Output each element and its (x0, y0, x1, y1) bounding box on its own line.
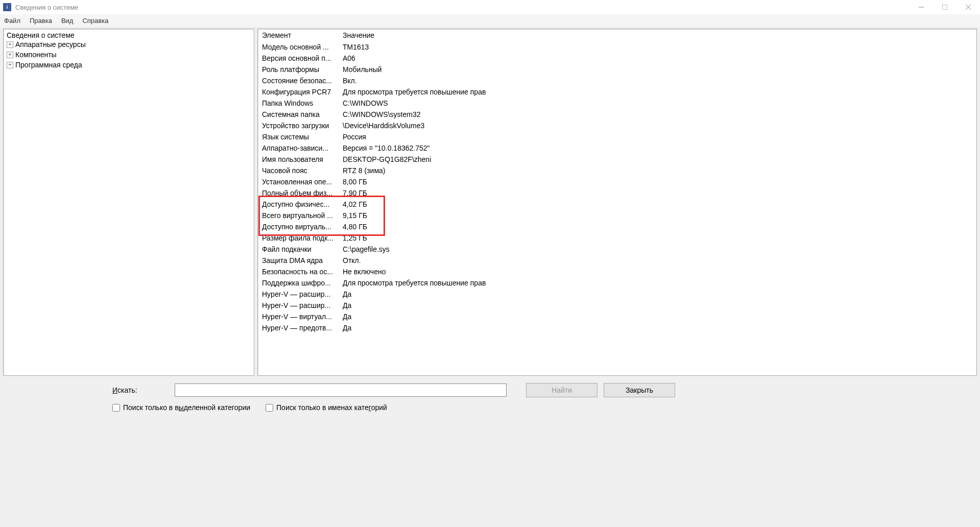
search-input[interactable] (175, 384, 507, 397)
check-selected-category[interactable]: Поиск только в выделенной категории (112, 403, 250, 412)
cell-value: 8,00 ГБ (339, 176, 533, 187)
table-row[interactable]: Hyper-V — расшир...Да (258, 289, 976, 300)
window-controls (910, 0, 980, 14)
cell-value: Для просмотра требуется повышение прав (339, 277, 533, 289)
app-icon: i (3, 3, 11, 11)
cell-element: Устройство загрузки (258, 120, 339, 131)
cell-value: 9,15 ГБ (339, 210, 533, 221)
table-row[interactable]: Установленная опе...8,00 ГБ (258, 176, 976, 187)
cell-element: Модель основной ... (258, 41, 339, 53)
table-row[interactable]: Имя пользователяDESKTOP-GQ1G82F\zheni (258, 154, 976, 165)
tree-item[interactable]: +Программная среда (7, 60, 251, 70)
tree-item[interactable]: +Аппаратные ресурсы (7, 39, 251, 50)
find-button[interactable]: Найти (526, 383, 597, 397)
cell-value: Россия (339, 131, 533, 142)
details-panel: Элемент Значение Модель основной ...TM16… (257, 29, 977, 376)
cell-element: Конфигурация PCR7 (258, 86, 339, 98)
col-value[interactable]: Значение (339, 29, 533, 41)
table-row[interactable]: Hyper-V — виртуал...Да (258, 311, 976, 322)
cell-value: C:\WINDOWS (339, 98, 533, 109)
menu-view[interactable]: Вид (61, 17, 74, 25)
table-row[interactable]: Устройство загрузки\Device\HarddiskVolum… (258, 120, 976, 131)
col-element[interactable]: Элемент (258, 29, 339, 41)
cell-element: Аппаратно-зависи... (258, 142, 339, 154)
search-area: Искать: Найти Закрыть Поиск только в выд… (0, 378, 980, 415)
table-row[interactable]: Язык системыРоссия (258, 131, 976, 142)
search-label: Искать: (112, 386, 169, 394)
close-search-button[interactable]: Закрыть (604, 383, 675, 397)
table-row[interactable]: Поддержка шифро...Для просмотра требуетс… (258, 277, 976, 289)
table-row[interactable]: Системная папкаC:\WINDOWS\system32 (258, 109, 976, 120)
cell-element: Hyper-V — расшир... (258, 289, 339, 300)
maximize-button[interactable] (933, 0, 957, 14)
check-selected-category-box[interactable] (112, 404, 120, 412)
cell-element: Установленная опе... (258, 176, 339, 187)
cell-value: Да (339, 300, 533, 311)
tree-root[interactable]: Сведения о системе (7, 31, 251, 39)
table-row[interactable]: Доступно физичес...4,02 ГБ (258, 199, 976, 210)
tree-item-label: Программная среда (15, 61, 82, 69)
table-row[interactable]: Роль платформыМобильный (258, 64, 976, 75)
cell-value: DESKTOP-GQ1G82F\zheni (339, 154, 533, 165)
table-row[interactable]: Часовой поясRTZ 8 (зима) (258, 165, 976, 176)
table-row[interactable]: Размер файла подк...1,25 ГБ (258, 232, 976, 244)
table-scroll[interactable]: Элемент Значение Модель основной ...TM16… (258, 29, 976, 375)
cell-element: Поддержка шифро... (258, 277, 339, 289)
cell-value: 4,80 ГБ (339, 221, 533, 232)
cell-value: Мобильный (339, 64, 533, 75)
menu-file[interactable]: Файл (4, 17, 20, 25)
cell-element: Имя пользователя (258, 154, 339, 165)
cell-value: RTZ 8 (зима) (339, 165, 533, 176)
cell-element: Hyper-V — виртуал... (258, 311, 339, 322)
table-row[interactable]: Защита DMA ядраОткл. (258, 255, 976, 266)
tree-item-label: Аппаратные ресурсы (15, 40, 86, 49)
minimize-button[interactable] (910, 0, 933, 14)
check-category-names-box[interactable] (266, 404, 273, 412)
cell-element: Версия основной п... (258, 53, 339, 64)
table-row[interactable]: Версия основной п...A06 (258, 53, 976, 64)
cell-element: Размер файла подк... (258, 232, 339, 244)
cell-element: Язык системы (258, 131, 339, 142)
cell-value: 7,90 ГБ (339, 187, 533, 199)
check-selected-category-label: Поиск только в выделенной категории (123, 403, 250, 412)
table-row[interactable]: Всего виртуальной ...9,15 ГБ (258, 210, 976, 221)
tree-panel: Сведения о системе +Аппаратные ресурсы+К… (3, 29, 254, 376)
table-row[interactable]: Hyper-V — расшир...Да (258, 300, 976, 311)
table-row[interactable]: Доступно виртуаль...4,80 ГБ (258, 221, 976, 232)
table-row[interactable]: Файл подкачкиC:\pagefile.sys (258, 244, 976, 255)
table-row[interactable]: Модель основной ...TM1613 (258, 41, 976, 53)
cell-element: Hyper-V — расшир... (258, 300, 339, 311)
cell-element: Hyper-V — предотв... (258, 322, 339, 333)
cell-element: Часовой пояс (258, 165, 339, 176)
cell-element: Системная папка (258, 109, 339, 120)
table-row[interactable]: Безопасность на ос...Не включено (258, 266, 976, 277)
expand-icon[interactable]: + (7, 52, 13, 58)
table-row[interactable]: Конфигурация PCR7Для просмотра требуется… (258, 86, 976, 98)
table-row[interactable]: Hyper-V — предотв...Да (258, 322, 976, 333)
expand-icon[interactable]: + (7, 62, 13, 68)
cell-value: C:\WINDOWS\system32 (339, 109, 533, 120)
expand-icon[interactable]: + (7, 41, 13, 48)
menu-help[interactable]: Справка (82, 17, 108, 25)
cell-value: 4,02 ГБ (339, 199, 533, 210)
cell-value: Вкл. (339, 75, 533, 86)
cell-value: TM1613 (339, 41, 533, 53)
cell-element: Доступно виртуаль... (258, 221, 339, 232)
cell-value: Да (339, 289, 533, 300)
cell-value: Да (339, 322, 533, 333)
cell-element: Безопасность на ос... (258, 266, 339, 277)
table-row[interactable]: Аппаратно-зависи...Версия = "10.0.18362.… (258, 142, 976, 154)
table-row[interactable]: Полный объем физ...7,90 ГБ (258, 187, 976, 199)
check-category-names[interactable]: Поиск только в именах категорий (266, 403, 387, 412)
cell-value: Версия = "10.0.18362.752" (339, 142, 533, 154)
col-spacer (533, 29, 976, 41)
cell-element: Доступно физичес... (258, 199, 339, 210)
table-row[interactable]: Состояние безопас...Вкл. (258, 75, 976, 86)
cell-value: Да (339, 311, 533, 322)
menu-edit[interactable]: Правка (30, 17, 52, 25)
cell-element: Защита DMA ядра (258, 255, 339, 266)
close-button[interactable] (957, 0, 980, 14)
tree-item[interactable]: +Компоненты (7, 50, 251, 60)
table-row[interactable]: Папка WindowsC:\WINDOWS (258, 98, 976, 109)
cell-value: Откл. (339, 255, 533, 266)
